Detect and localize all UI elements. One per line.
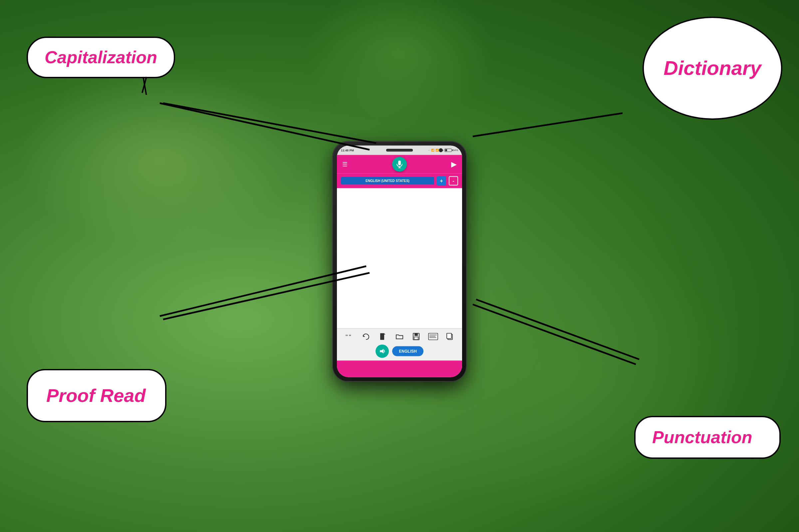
svg-text:": " (349, 334, 351, 339)
signal-icon: 📶 (435, 149, 439, 152)
phone-camera (439, 148, 443, 152)
font-increase-button[interactable]: + (437, 176, 446, 185)
phone-speaker (386, 149, 413, 151)
proof-read-bubble: Proof Read (26, 369, 166, 422)
svg-rect-17 (428, 333, 438, 340)
language-row: ENGLISH (375, 344, 423, 358)
new-doc-icon[interactable] (377, 331, 388, 342)
status-time: 11:48 PM (341, 148, 354, 152)
word-count-icon[interactable] (428, 331, 439, 342)
quote-svg: " " (346, 334, 353, 339)
svg-marker-13 (384, 333, 386, 335)
save-icon[interactable] (411, 331, 422, 342)
punctuation-label: Punctuation (652, 428, 752, 447)
phone-wrapper: 11:48 PM ··· 📶 📶 4G 34% ☰ (333, 141, 466, 381)
phone-device: 11:48 PM ··· 📶 📶 4G 34% ☰ (333, 141, 466, 381)
open-folder-icon[interactable] (394, 331, 405, 342)
status-icons: ··· 📶 📶 4G 34% (428, 148, 458, 152)
language-bar: ENGLISH (UNITED STATES) + - (337, 173, 462, 188)
svg-rect-12 (380, 333, 384, 340)
capitalization-bubble: Capitalization (26, 37, 175, 78)
speak-button[interactable] (375, 344, 389, 358)
save-svg (413, 333, 420, 340)
app-toolbar: ☰ ▶ (337, 155, 462, 173)
font-decrease-button[interactable]: - (449, 176, 458, 185)
svg-rect-7 (398, 160, 401, 165)
phone-footer (337, 360, 462, 377)
svg-marker-23 (380, 349, 384, 353)
proof-read-label: Proof Read (46, 385, 146, 406)
battery-percent: 34% (453, 149, 458, 152)
mic-button[interactable] (392, 157, 407, 171)
text-area[interactable] (337, 188, 462, 328)
menu-button[interactable]: ☰ (342, 160, 348, 168)
new-doc-svg (379, 333, 386, 340)
wifi-icon: 📶 (431, 149, 434, 152)
svg-text:": " (346, 334, 348, 339)
copy-svg (446, 333, 453, 340)
folder-svg (396, 334, 403, 339)
bottom-toolbar: " " (337, 328, 462, 360)
undo-svg (362, 333, 370, 340)
status-dots: ··· (428, 149, 430, 152)
undo-icon[interactable] (360, 331, 371, 342)
phone-screen: 11:48 PM ··· 📶 📶 4G 34% ☰ (337, 146, 462, 377)
battery-fill (445, 149, 447, 151)
capitalization-label: Capitalization (44, 48, 157, 67)
language-label[interactable]: ENGLISH (UNITED STATES) (341, 177, 434, 185)
word-count-svg (428, 333, 438, 340)
dictionary-bubble: Dictionary (643, 17, 782, 120)
quote-icon[interactable]: " " (344, 331, 355, 342)
battery-icon (444, 148, 452, 152)
mic-icon (396, 160, 403, 168)
speaker-icon (379, 348, 385, 354)
dictionary-label: Dictionary (664, 57, 761, 79)
punctuation-bubble: Punctuation (634, 416, 781, 459)
copy-icon[interactable] (444, 331, 455, 342)
icon-row: " " (341, 331, 458, 342)
svg-rect-22 (447, 333, 451, 338)
english-button[interactable]: ENGLISH (392, 346, 423, 356)
svg-rect-16 (414, 337, 418, 339)
svg-rect-15 (414, 333, 418, 336)
send-button[interactable]: ▶ (451, 160, 457, 168)
